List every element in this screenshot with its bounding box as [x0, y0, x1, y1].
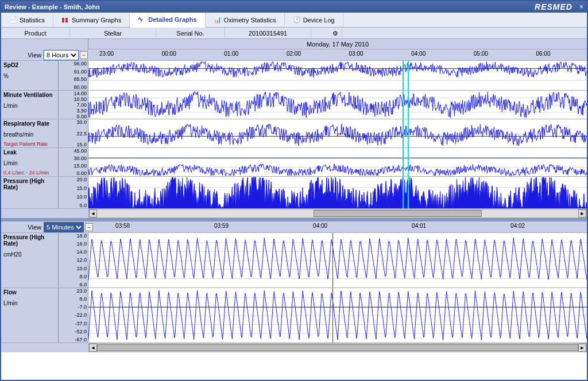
time-cursor[interactable]: [408, 148, 409, 176]
time-cursor[interactable]: [403, 91, 404, 119]
chart-row-spo2: SpO2%96.0091.0085.5080.00: [1, 61, 587, 91]
time-cursor[interactable]: [408, 91, 409, 119]
time-tick: 04:01: [412, 223, 426, 229]
time-tick: 04:02: [510, 223, 525, 229]
tab-bar: 📄Statistics ▮▮Summary Graphs ∿Detailed G…: [1, 13, 587, 28]
chart-area[interactable]: [88, 61, 587, 90]
chart-name: Flow: [3, 289, 56, 296]
chart-area[interactable]: [88, 177, 587, 208]
chart-area[interactable]: [88, 119, 587, 147]
time-tick: 05:00: [474, 50, 488, 57]
chart-yaxis: 30.022.515.0: [59, 119, 88, 147]
lower-view-row: View 5 Minutes − 03:5803:5904:0004:0104:…: [1, 221, 587, 233]
time-tick: 00:00: [162, 50, 176, 57]
chart-name: Respiratory Rate: [3, 120, 56, 127]
view-label-upper: View: [1, 52, 44, 59]
tab-summary-graphs[interactable]: ▮▮Summary Graphs: [53, 13, 130, 27]
chart-label: Minute VentilationL/min: [1, 91, 59, 119]
log-icon: 🕑: [293, 16, 301, 24]
tab-device-log[interactable]: 🕑Device Log: [285, 13, 343, 27]
chart-name: Pressure (High Rate): [3, 178, 56, 190]
playhead-cursor[interactable]: [332, 288, 333, 343]
product-value: Stellar: [70, 28, 156, 38]
chart-unit: L/min: [3, 300, 56, 306]
window-title: Review - Example - Smith, John: [5, 3, 535, 10]
tab-detailed-graphs[interactable]: ∿Detailed Graphs: [130, 13, 205, 28]
time-tick: 03:59: [214, 223, 229, 229]
serial-value: 20100315491: [225, 28, 311, 38]
chart-label: FlowL/min: [1, 288, 59, 343]
chart-row-minute-ventilation: Minute VentilationL/min14.0010.507.003.5…: [1, 91, 587, 119]
oximetry-icon: 📊: [214, 16, 222, 24]
chart-yaxis: 18.016.014.012.010.08.06.0: [59, 233, 88, 287]
time-tick: 06:00: [536, 50, 550, 57]
time-cursor[interactable]: [403, 61, 404, 90]
tab-oximetry-statistics[interactable]: 📊Oximetry Statistics: [206, 13, 285, 27]
view-label-lower: View: [1, 224, 44, 231]
scroll-thumb-upper[interactable]: [314, 210, 482, 217]
view-select-upper[interactable]: 8 Hours: [44, 50, 79, 60]
time-cursor[interactable]: [403, 177, 404, 208]
time-tick: 03:58: [115, 223, 130, 229]
scrollbar-lower[interactable]: ◄ ►: [88, 343, 587, 352]
view-select-lower[interactable]: 5 Minutes: [44, 222, 84, 232]
time-cursor[interactable]: [403, 148, 404, 176]
chart-redtext: Target Patient Rate: [3, 141, 48, 147]
chart-row-respiratory-rate: Respiratory Ratebreaths/minTarget Patien…: [1, 119, 587, 148]
line-chart-icon: ∿: [138, 15, 146, 24]
chart-row-pressure-high-rate-: Pressure (High Rate)20.015.010.05.0: [1, 177, 587, 209]
chart-unit: L/min: [3, 160, 56, 166]
scroll-left-icon[interactable]: ◄: [89, 344, 97, 352]
settings-icon[interactable]: ⚙: [328, 28, 342, 38]
titlebar: Review - Example - Smith, John RESMED ×: [1, 1, 587, 13]
tab-statistics[interactable]: 📄Statistics: [1, 13, 53, 27]
chart-area[interactable]: [88, 233, 587, 287]
scroll-left-icon[interactable]: ◄: [89, 209, 97, 217]
time-tick: 01:00: [224, 50, 238, 57]
upper-view-row: View 8 Hours − 23:0000:0001:0002:0003:00…: [1, 49, 587, 61]
time-cursor[interactable]: [403, 119, 404, 147]
chart-unit: cmH20: [3, 251, 56, 258]
chart-yaxis: 45.0030.0015.000.00: [59, 148, 88, 176]
zoom-out-lower[interactable]: −: [85, 223, 93, 231]
doc-icon: 📄: [9, 16, 17, 24]
scroll-right-icon[interactable]: ►: [578, 344, 586, 352]
product-label: Product: [1, 28, 70, 38]
chart-row-flow: FlowL/min23.08.0-7.0-22.0-37.0-52.0-67.0: [1, 288, 587, 343]
date-header: Monday, 17 May 2010: [88, 39, 587, 49]
chart-yaxis: 23.08.0-7.0-22.0-37.0-52.0-67.0: [59, 288, 88, 343]
playhead-cursor[interactable]: [332, 233, 333, 287]
time-tick: 04:00: [313, 223, 327, 229]
chart-unit: L/min: [3, 103, 56, 109]
chart-label: LeakL/min0.4 L/sec - 24 L/min: [1, 148, 59, 176]
info-bar: Product Stellar Serial No. 20100315491 ⚙: [1, 28, 587, 39]
chart-area[interactable]: [88, 148, 587, 176]
brand-logo: RESMED: [535, 2, 572, 11]
time-cursor[interactable]: [408, 177, 409, 208]
chart-row-pressure-high-rate-: Pressure (High Rate)cmH2018.016.014.012.…: [1, 233, 587, 288]
chart-area[interactable]: [88, 91, 587, 119]
time-tick: 23:00: [99, 50, 114, 57]
chart-yaxis: 20.015.010.05.0: [59, 177, 88, 208]
close-icon[interactable]: ×: [579, 3, 583, 11]
chart-redtext: 0.4 L/sec - 24 L/min: [3, 170, 49, 176]
serial-label: Serial No.: [156, 28, 225, 38]
chart-label: Respiratory Ratebreaths/minTarget Patien…: [1, 119, 59, 147]
chart-area[interactable]: [88, 288, 587, 343]
zoom-out-upper[interactable]: −: [80, 51, 88, 59]
time-cursor[interactable]: [408, 119, 409, 147]
time-tick: 03:00: [349, 50, 363, 57]
chart-label: Pressure (High Rate): [1, 177, 59, 208]
scrollbar-upper[interactable]: ◄ ►: [88, 209, 587, 218]
chart-unit: %: [3, 73, 56, 79]
time-axis-lower: 03:5803:5904:0004:0104:02: [93, 221, 587, 233]
chart-label: SpO2%: [1, 61, 59, 90]
time-tick: 04:00: [411, 50, 425, 57]
time-axis-upper: 23:0000:0001:0002:0003:0004:0005:0006:00: [88, 49, 587, 61]
scroll-right-icon[interactable]: ►: [578, 209, 586, 217]
time-cursor[interactable]: [408, 61, 409, 90]
scroll-thumb-lower[interactable]: [97, 344, 578, 351]
chart-name: Leak: [3, 149, 56, 155]
chart-label: Pressure (High Rate)cmH20: [1, 233, 59, 287]
chart-name: Minute Ventilation: [3, 92, 56, 98]
